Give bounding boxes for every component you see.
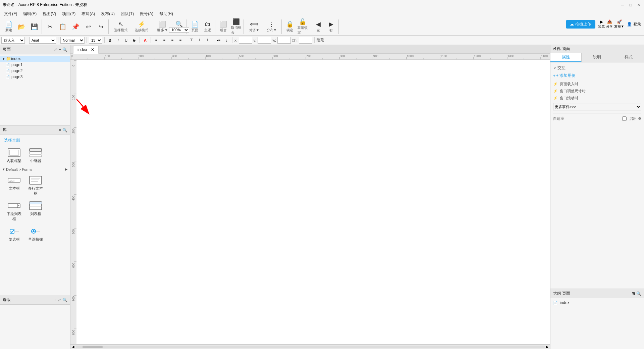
menu-account[interactable]: 账号(A) — [137, 10, 156, 17]
paste-btn[interactable]: 📌 — [69, 20, 82, 34]
menu-publish[interactable]: 发布(U) — [98, 10, 117, 17]
underline-btn[interactable]: U — [123, 37, 129, 44]
zoom-dropdown[interactable]: 100% 75% 50% 150% 200% — [169, 27, 189, 33]
pages-collapse-icon[interactable]: ⤢ — [54, 47, 57, 52]
w-input[interactable] — [277, 37, 291, 44]
font-select[interactable]: Arial — [29, 37, 56, 44]
menu-team[interactable]: 团队(T) — [118, 10, 137, 17]
undo-btn[interactable]: ↩ — [82, 20, 94, 34]
canvas-tab-index[interactable]: index ✕ — [73, 46, 99, 54]
align-left-btn[interactable]: ≡ — [153, 37, 160, 44]
canvas-hscroll[interactable]: ◀ ▶ — [70, 344, 550, 349]
lib-item-textarea[interactable]: 多行文本框 — [25, 173, 46, 198]
masters-add-icon[interactable]: + — [54, 298, 56, 302]
new-btn[interactable]: 📄 新建 — [3, 20, 15, 34]
select-mode-btn[interactable]: ↖ 选择模式 — [111, 20, 131, 34]
scroll-left-btn[interactable]: ◀ — [72, 345, 74, 349]
lib-category-forms[interactable]: ▾ Default > Forms ▶ — [1, 166, 69, 172]
valign-bot-btn[interactable]: ⊥ — [204, 37, 211, 44]
bold-btn[interactable]: B — [107, 37, 113, 44]
hscroll-thumb[interactable] — [83, 346, 103, 348]
unlock-btn[interactable]: 🔓 取消锁定 — [297, 20, 309, 34]
menu-project[interactable]: 项目(P) — [59, 10, 78, 17]
add-interaction-btn[interactable]: + + 添加用例 — [553, 73, 641, 79]
rb-filter-icon[interactable]: ⊞ — [632, 291, 635, 296]
valign-top-btn[interactable]: ⊤ — [188, 37, 195, 44]
lib-select-all[interactable]: 选择全部 — [1, 136, 69, 145]
master-btn[interactable]: 🗂 主逻 — [202, 20, 214, 34]
x-input[interactable] — [239, 37, 252, 44]
lib-item-radio[interactable]: 单选按钮 — [25, 225, 46, 244]
rb-search-icon[interactable]: 🔍 — [636, 291, 641, 296]
share-btn[interactable]: 📤 分享 — [606, 19, 613, 29]
rb-item-index[interactable]: 📄 index — [553, 300, 641, 306]
layer-left-btn[interactable]: ◀ 左 — [312, 20, 324, 34]
lib-item-repeater[interactable]: 中继器 — [25, 146, 46, 165]
canvas-tab-close[interactable]: ✕ — [91, 47, 94, 52]
right-tab-properties[interactable]: 属性 — [550, 53, 582, 62]
event-page-load[interactable]: ⚡ 页面载入时 — [553, 81, 641, 88]
event-window-resize[interactable]: ⚡ 窗口调整尺寸时 — [553, 88, 641, 95]
tree-item-page3[interactable]: 📄 page3 — [0, 74, 70, 80]
publish-btn[interactable]: 🚀 发布▼ — [614, 19, 624, 29]
distribute-btn[interactable]: ⋮ 分布▼ — [263, 20, 280, 34]
masters-import-icon[interactable]: ⤢ — [58, 298, 61, 302]
lib-item-text-field[interactable]: abc| 文本框 — [4, 173, 24, 198]
event-window-scroll[interactable]: ⚡ 窗口滚动时 — [553, 95, 641, 102]
font-size-select[interactable]: 13 10 11 12 14 16 18 24 — [89, 37, 102, 44]
italic-btn[interactable]: I — [115, 37, 121, 44]
right-tab-style[interactable]: 样式 — [613, 53, 644, 62]
align-justify-btn[interactable]: ≡ — [177, 37, 184, 44]
line-space-btn[interactable]: ↕ — [223, 37, 230, 44]
menu-view[interactable]: 视图(V) — [40, 10, 59, 17]
lib-search-icon[interactable]: 🔍 — [62, 128, 67, 133]
style-select[interactable]: 默认入 — [1, 37, 25, 44]
lib-menu-icon[interactable]: ≡ — [59, 128, 61, 133]
align-right-btn[interactable]: ≡ — [169, 37, 176, 44]
align-btn[interactable]: ⟺ 对齐▼ — [246, 20, 263, 34]
align-center-btn[interactable]: ≡ — [161, 37, 168, 44]
open-btn[interactable]: 📂 — [15, 20, 28, 34]
lib-item-checkbox[interactable]: 复选框 — [4, 225, 24, 244]
lib-item-listbox[interactable]: 列表框 — [25, 199, 46, 223]
layer-right-btn[interactable]: ▶ 右 — [325, 20, 337, 34]
right-tab-notes[interactable]: 说明 — [582, 53, 613, 62]
upload-btn[interactable]: ☁ 拖拽上传 — [566, 20, 595, 29]
minimize-btn[interactable]: ─ — [620, 2, 625, 8]
lib-item-inline-frame[interactable]: 内联框架 — [4, 146, 24, 165]
more-events-select[interactable]: 更多事件>>> — [553, 103, 641, 110]
font-style-select[interactable]: Normal Bold Italic — [60, 37, 85, 44]
y-input[interactable] — [258, 37, 271, 44]
save-btn[interactable]: 💾 — [28, 20, 40, 34]
menu-help[interactable]: 帮助(H) — [157, 10, 176, 17]
tree-item-page2[interactable]: 📄 page2 — [0, 68, 70, 74]
canvas-workspace[interactable] — [76, 60, 550, 344]
menu-file[interactable]: 文件(F) — [1, 10, 20, 17]
tree-item-index[interactable]: ▾ 📁 index — [0, 56, 70, 62]
copy-btn[interactable]: 📋 — [57, 20, 69, 34]
menu-edit[interactable]: 编辑(E) — [20, 10, 39, 17]
group-btn[interactable]: ⬜ 组合 — [217, 20, 229, 34]
ungroup-btn[interactable]: ⬛ 取消组合 — [230, 20, 242, 34]
tree-item-page1[interactable]: 📄 page1 — [0, 62, 70, 68]
lock-btn[interactable]: 🔒 锁定 — [284, 20, 296, 34]
redo-btn[interactable]: ↪ — [95, 20, 107, 34]
adapt-checkbox[interactable] — [622, 116, 627, 121]
zoom-select-btn[interactable]: 🔍 100% 75% 50% 150% 200% — [173, 20, 185, 34]
masters-search-icon[interactable]: 🔍 — [62, 298, 67, 302]
pages-add-icon[interactable]: + — [59, 47, 61, 52]
bullet-btn[interactable]: •≡ — [215, 37, 222, 44]
login-area[interactable]: 👤 登录 — [627, 21, 641, 27]
text-color-btn[interactable]: A — [142, 37, 149, 44]
close-btn[interactable]: ✕ — [636, 2, 641, 8]
valign-mid-btn[interactable]: ⊥ — [196, 37, 203, 44]
lib-item-dropdown[interactable]: 下拉列表框 — [4, 199, 24, 223]
page-btn[interactable]: 📄 页面 — [189, 20, 201, 34]
maximize-btn[interactable]: □ — [628, 2, 633, 8]
h-input[interactable] — [299, 37, 312, 44]
menu-layout[interactable]: 布局(A) — [79, 10, 98, 17]
adapt-settings-icon[interactable]: ⚙ — [638, 116, 641, 121]
hscroll-track[interactable] — [76, 346, 545, 348]
pages-search-icon[interactable]: 🔍 — [62, 47, 67, 52]
preview-btn[interactable]: ▶ 预览 — [598, 19, 605, 29]
